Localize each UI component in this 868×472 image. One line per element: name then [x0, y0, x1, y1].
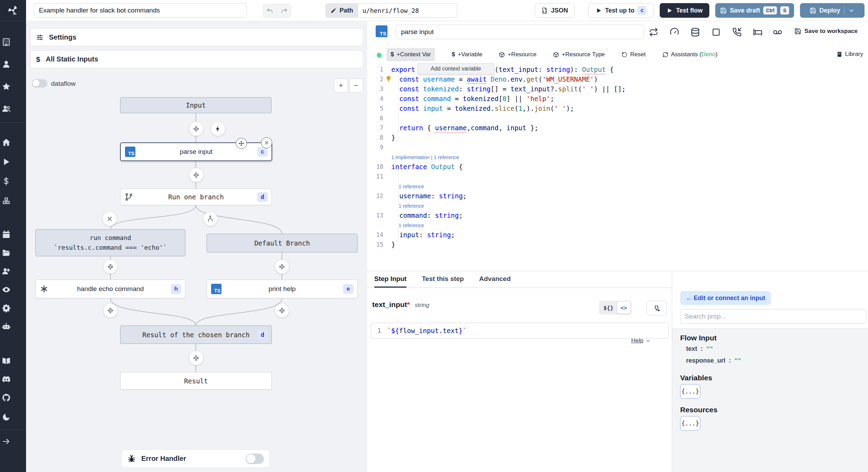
search-prop-input[interactable] [680, 309, 866, 324]
sidebar-building-icon[interactable] [0, 36, 12, 48]
repeat-icon[interactable] [649, 27, 658, 37]
add-step-button[interactable] [189, 168, 203, 182]
template-mode-button[interactable]: ${} [600, 302, 617, 314]
square-icon[interactable] [711, 27, 721, 37]
sidebar-book-open-icon[interactable] [0, 355, 12, 367]
expression-editor[interactable]: 1 `${flow_input.text}` [371, 323, 669, 339]
sidebar-users-icon[interactable] [0, 102, 12, 115]
code-mode-button[interactable]: <> [617, 302, 631, 314]
add-context-var-button[interactable]: $ +Context Var [386, 48, 435, 61]
sidebar-calendar-icon[interactable] [0, 228, 12, 241]
prop-text[interactable]: text : "" [686, 345, 713, 353]
add-step-button[interactable] [275, 260, 289, 274]
sidebar-user-icon[interactable] [0, 58, 12, 71]
codelens[interactable]: 1 reference [367, 220, 868, 230]
lightbulb-icon[interactable] [385, 75, 392, 83]
variables-object-chip[interactable]: {...} [680, 384, 700, 399]
error-handler-toggle[interactable] [246, 454, 264, 464]
error-handler-node[interactable]: Error Handler [122, 449, 270, 468]
path-value[interactable]: u/henri/flow_28 [358, 3, 457, 18]
sidebar-home-icon[interactable] [0, 136, 12, 149]
undo-button[interactable] [263, 4, 277, 17]
test-up-to-button[interactable]: Test up to c [588, 3, 654, 18]
code-line[interactable]: 12 username: string; [367, 191, 868, 201]
trigger-button[interactable] [211, 122, 225, 136]
add-step-button[interactable] [103, 260, 117, 274]
deploy-button[interactable]: Deploy [800, 3, 865, 18]
code-line[interactable]: 14 input: string; [367, 230, 868, 240]
node-branch-result[interactable]: Result of the chosen branch d [120, 325, 272, 344]
redo-button[interactable] [277, 4, 291, 17]
sidebar-users-cog-icon[interactable] [0, 265, 12, 278]
code-line[interactable]: 6 [367, 113, 868, 123]
code-line[interactable]: 15} [367, 240, 868, 249]
edit-or-connect-button[interactable]: ← Edit or connect an input [680, 291, 771, 305]
codelens[interactable]: 1 reference [367, 201, 868, 210]
tab-step-input[interactable]: Step Input [374, 271, 407, 288]
sidebar-moon-icon[interactable] [0, 411, 12, 423]
delete-node-button[interactable] [261, 137, 272, 148]
sidebar-boxes-icon[interactable] [0, 194, 12, 207]
code-line[interactable]: 13 command: string; [367, 210, 868, 220]
sidebar-dollar-icon[interactable] [0, 175, 12, 188]
node-run-command-branch[interactable]: run command `results.c.command === 'echo… [35, 229, 185, 256]
reset-button[interactable]: Reset [621, 51, 645, 58]
windmill-logo-icon[interactable] [0, 0, 26, 21]
node-result[interactable]: Result [120, 372, 272, 390]
node-run-one-branch[interactable]: Run one branch d [120, 189, 272, 205]
node-parse-input[interactable]: TS parse input c [120, 142, 272, 161]
database-icon[interactable] [691, 27, 700, 37]
add-resource-button[interactable]: +Resource [499, 51, 536, 58]
codelens[interactable]: 1 implementation | 1 reference [367, 152, 868, 162]
gauge-icon[interactable] [670, 27, 679, 37]
add-step-button[interactable] [103, 304, 117, 317]
node-default-branch[interactable]: Default Branch [207, 234, 358, 252]
code-line[interactable]: 3 const tokenized: string[] = text_input… [367, 84, 868, 94]
sidebar-bot-icon[interactable] [0, 320, 12, 333]
save-to-workspace-button[interactable]: Save to workspace [794, 28, 858, 35]
node-handle-echo-command[interactable]: handle echo command h [35, 280, 185, 298]
tab-test-this-step[interactable]: Test this step [422, 271, 464, 288]
tab-advanced[interactable]: Advanced [479, 271, 511, 288]
sidebar-star-icon[interactable] [0, 80, 12, 93]
code-line[interactable]: 8} [367, 133, 868, 142]
add-step-button[interactable] [189, 351, 203, 365]
add-branch-button[interactable] [203, 212, 217, 226]
code-line[interactable]: 9 [367, 142, 868, 152]
test-flow-button[interactable]: Test flow [660, 3, 709, 18]
add-step-button[interactable] [275, 304, 289, 317]
code-line[interactable]: 5 const input = tokenized.slice(1,).join… [367, 103, 868, 113]
prop-response-url[interactable]: response_url : "" [686, 357, 741, 364]
add-step-button[interactable] [189, 122, 203, 136]
remove-branch-button[interactable] [103, 212, 117, 226]
sidebar-github-icon[interactable] [0, 391, 12, 404]
library-button[interactable]: Library [836, 51, 863, 58]
flow-title-input[interactable] [34, 3, 247, 18]
sidebar-play-icon[interactable] [0, 156, 12, 168]
add-resource-type-button[interactable]: +Resource Type [553, 51, 605, 58]
code-line[interactable]: 11 [367, 172, 868, 181]
sidebar-discord-icon[interactable] [0, 373, 12, 386]
phone-incoming-icon[interactable] [732, 27, 742, 37]
help-link[interactable]: Help [631, 337, 651, 344]
sidebar-settings-icon[interactable] [0, 302, 12, 314]
code-line[interactable]: 7 return { username,command, input }; [367, 123, 868, 133]
code-line[interactable]: 2 const username = await Deno.env.get('W… [367, 74, 868, 84]
code-line[interactable]: 10interface Output { [367, 162, 868, 172]
bed-icon[interactable] [753, 27, 762, 37]
sidebar-eye-icon[interactable] [0, 283, 12, 296]
node-input[interactable]: Input [120, 97, 272, 113]
json-button[interactable]: JSON [535, 3, 575, 18]
node-print-help[interactable]: TS print help e [207, 280, 358, 298]
assistants-button[interactable]: Assistants (Deno) [662, 51, 718, 58]
path-edit-button[interactable]: Path [325, 3, 358, 18]
sidebar-arrow-right-icon[interactable] [0, 435, 12, 448]
code-line[interactable]: 4 const command = tokenized[0] || 'help'… [367, 94, 868, 103]
move-node-button[interactable] [236, 138, 247, 149]
add-variable-button[interactable]: $ +Variable [452, 51, 483, 58]
resources-object-chip[interactable]: {...} [680, 416, 700, 431]
save-draft-button[interactable]: Save draft Ctrl S [715, 3, 794, 18]
sidebar-folder-open-icon[interactable] [0, 247, 12, 259]
code-editor[interactable]: 1export async function main(text_input: … [367, 65, 868, 259]
connect-input-button[interactable] [646, 301, 667, 315]
